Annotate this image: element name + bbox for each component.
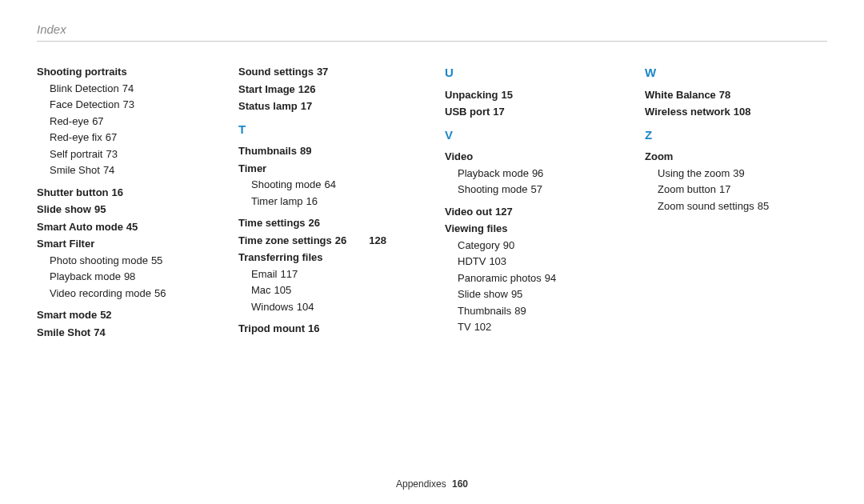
index-subentry[interactable]: Photo shooting mode55 — [50, 253, 238, 269]
index-letter-w: W — [645, 64, 845, 82]
index-entry[interactable]: Smile Shot74 — [37, 325, 238, 341]
index-subentry[interactable]: Zoom sound settings85 — [658, 198, 845, 214]
index-subentry[interactable]: Shooting mode57 — [458, 182, 645, 198]
index-letter-z: Z — [645, 126, 845, 145]
index-entry[interactable]: Status lamp17 — [238, 98, 445, 114]
index-entry[interactable]: Transferring files — [238, 250, 445, 266]
index-letter-v: V — [445, 126, 645, 145]
index-entry[interactable]: Shooting portraits — [37, 64, 238, 80]
index-entry[interactable]: Sound settings37 — [238, 64, 445, 80]
index-subentry[interactable]: Red-eye fix67 — [50, 130, 238, 146]
footer-section: Appendixes — [396, 478, 446, 490]
index-entry[interactable]: Video out127 — [445, 204, 645, 220]
index-subentry[interactable]: Thumbnails89 — [458, 303, 645, 319]
column-3: U Unpacking15 USB port17 V Video Playbac… — [445, 64, 645, 340]
index-entry[interactable]: Timer — [238, 161, 445, 177]
index-subentry[interactable]: Zoom button17 — [658, 182, 845, 198]
index-entry[interactable]: USB port17 — [445, 104, 645, 120]
index-entry[interactable]: Smart Auto mode45 — [37, 219, 238, 235]
index-subentry[interactable]: Playback mode98 — [50, 269, 238, 285]
index-subentry[interactable]: Timer lamp16 — [251, 194, 445, 210]
index-subentry[interactable]: Blink Detection74 — [50, 81, 238, 97]
index-subentry[interactable]: Slide show95 — [458, 286, 645, 302]
index-subentry[interactable]: Red-eye67 — [50, 114, 238, 130]
index-entry[interactable]: Slide show95 — [37, 202, 238, 218]
index-subentry[interactable]: Face Detection73 — [50, 97, 238, 113]
index-entry[interactable]: Time settings26 — [238, 215, 445, 231]
index-entry[interactable]: White Balance78 — [645, 87, 845, 103]
footer-page-number: 160 — [452, 478, 468, 490]
index-entry[interactable]: Shutter button16 — [37, 185, 238, 201]
index-page: Index Shooting portraits Blink Detection… — [0, 0, 864, 504]
index-subentry[interactable]: Panoramic photos94 — [458, 270, 645, 286]
index-entry[interactable]: Time zone settings26128 — [238, 233, 445, 249]
page-footer: Appendixes 160 — [0, 478, 864, 490]
index-subentry[interactable]: Category90 — [458, 238, 645, 254]
index-entry[interactable]: Unpacking15 — [445, 87, 645, 103]
index-subentry[interactable]: HDTV103 — [458, 254, 645, 270]
index-subentry[interactable]: Shooting mode64 — [251, 177, 445, 193]
column-4: W White Balance78 Wireless network108 Z … — [645, 64, 845, 340]
index-entry[interactable]: Tripod mount16 — [238, 321, 445, 337]
index-subentry[interactable]: Playback mode96 — [458, 166, 645, 182]
index-letter-t: T — [238, 121, 445, 139]
index-columns: Shooting portraits Blink Detection74 Fac… — [37, 64, 827, 340]
index-entry[interactable]: Video — [445, 149, 645, 165]
header-divider — [37, 41, 827, 42]
index-entry[interactable]: Viewing files — [445, 221, 645, 237]
index-entry[interactable]: Smart mode52 — [37, 307, 238, 323]
index-subentry[interactable]: Windows104 — [251, 299, 445, 315]
index-entry[interactable]: Smart Filter — [37, 236, 238, 252]
index-subentry[interactable]: Using the zoom39 — [658, 166, 845, 182]
index-subentry[interactable]: Video recording mode56 — [50, 286, 238, 302]
column-2: Sound settings37 Start Image126 Status l… — [238, 64, 445, 340]
index-entry[interactable]: Thumbnails89 — [238, 143, 445, 159]
index-letter-u: U — [445, 64, 645, 82]
index-entry[interactable]: Wireless network108 — [645, 104, 845, 120]
index-subentry[interactable]: Smile Shot74 — [50, 162, 238, 178]
index-subentry[interactable]: TV102 — [458, 319, 645, 335]
index-subentry[interactable]: Mac105 — [251, 282, 445, 298]
index-subentry[interactable]: Self portrait73 — [50, 146, 238, 162]
page-title: Index — [37, 22, 827, 41]
index-entry[interactable]: Zoom — [645, 149, 845, 165]
index-subentry[interactable]: Email117 — [251, 266, 445, 282]
column-1: Shooting portraits Blink Detection74 Fac… — [37, 64, 238, 340]
index-entry[interactable]: Start Image126 — [238, 82, 445, 98]
